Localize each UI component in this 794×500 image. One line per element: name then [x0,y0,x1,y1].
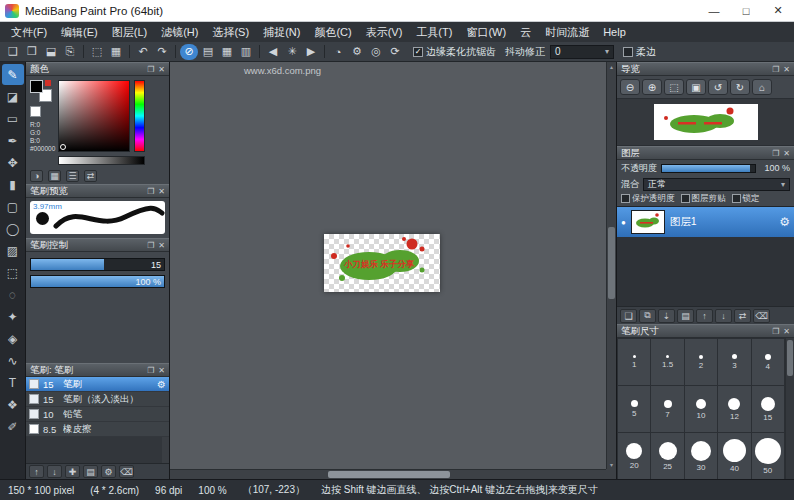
add-brush-icon[interactable]: ✚ [65,465,80,478]
brush-up-icon[interactable]: ↑ [29,465,44,478]
pen-tool[interactable]: ✎ [2,64,24,85]
panel-float-icon[interactable]: ❐ [147,187,154,196]
scroll-down-icon[interactable]: ▾ [607,461,616,468]
scroll-up-icon[interactable]: ▴ [607,63,616,70]
brush-size-panel-header[interactable]: 笔刷尺寸 ❐ ✕ [617,324,794,338]
layer-folder-icon[interactable]: ▤ [677,309,694,323]
maximize-button[interactable]: □ [730,0,762,21]
separator[interactable] [259,45,260,58]
deselect-icon[interactable]: ▦ [107,44,125,60]
brush-down-icon[interactable]: ↓ [47,465,62,478]
zoom-in-icon[interactable]: ⊕ [642,79,662,95]
move-tool[interactable]: ✥ [2,152,24,173]
minimize-button[interactable]: — [698,0,730,21]
value-slider[interactable] [58,156,145,165]
rotate-left-icon[interactable]: ↺ [708,79,728,95]
menu-item[interactable]: 窗口(W) [459,22,513,42]
snap-parallel-icon[interactable]: ▤ [199,44,217,60]
save-icon[interactable]: ⬓ [42,44,60,60]
snap-cross-icon[interactable]: ▥ [237,44,255,60]
export-icon[interactable]: ⎘ [61,44,79,60]
brush-settings-icon[interactable]: ⚙ [101,465,116,478]
snap-prev-icon[interactable]: ◀ [264,44,282,60]
menu-item[interactable]: 表示(V) [359,22,410,42]
panel-close-icon[interactable]: ✕ [783,327,790,336]
color-panel-header[interactable]: 颜色 ❐ ✕ [26,62,169,76]
foreground-color-swatch[interactable] [30,80,43,93]
brush-size-cell[interactable]: 40 [718,433,750,479]
brush-size-slider[interactable]: 15 [30,258,165,271]
palette-icon[interactable]: ▦ [48,170,61,182]
menu-item[interactable]: 颜色(C) [307,22,358,42]
panel-float-icon[interactable]: ❐ [147,65,154,74]
navigator-thumbnail[interactable] [654,104,758,140]
zoom-actual-icon[interactable]: ▣ [686,79,706,95]
brush-size-cell[interactable]: 1.5 [651,339,683,385]
bucket-tool[interactable]: ◈ [2,328,24,349]
reset-view-icon[interactable]: ⌂ [752,79,772,95]
panel-float-icon[interactable]: ❐ [147,241,154,250]
color-wheel-icon[interactable]: ◑ [30,170,43,182]
brush-size-cell[interactable]: 15 [752,386,784,432]
snap-focus-icon[interactable]: ◎ [367,44,385,60]
layers-panel-header[interactable]: 图层 ❐ ✕ [617,146,794,160]
horizontal-scroll-thumb[interactable] [328,471,450,478]
hue-slider[interactable] [134,80,145,152]
layer-down-icon[interactable]: ↓ [715,309,732,323]
brush-size-cell[interactable]: 20 [618,433,650,479]
menu-item[interactable]: 时间流逝 [538,22,596,42]
panel-close-icon[interactable]: ✕ [158,241,165,250]
rect-tool[interactable]: ▢ [2,196,24,217]
soft-edge-option[interactable]: 柔边 [623,45,656,59]
snap-grid-icon[interactable]: ▦ [218,44,236,60]
curve-tool[interactable]: ∿ [2,350,24,371]
panel-float-icon[interactable]: ❐ [772,65,779,74]
vertical-scroll-thumb[interactable] [608,227,615,299]
stabilizer-select[interactable]: 0 ▾ [550,45,614,59]
brush-item[interactable]: 8.5 橡皮擦 ⚙ [26,422,169,437]
snap-ellipse-icon[interactable]: ◔ [329,44,347,60]
delete-layer-icon[interactable]: ⌫ [753,309,770,323]
panel-close-icon[interactable]: ✕ [783,65,790,74]
brush-size-cell[interactable]: 2 [685,339,717,385]
canvas-horizontal-scrollbar[interactable] [170,469,606,479]
separator[interactable] [83,45,84,58]
brush-size-cell[interactable]: 50 [752,433,784,479]
brush-opacity-slider[interactable]: 100 % [30,275,165,288]
brush-size-cell[interactable]: 3 [718,339,750,385]
brush-control-header[interactable]: 笔刷控制 ❐ ✕ [26,238,169,252]
redo-icon[interactable]: ↷ [153,44,171,60]
menu-item[interactable]: 云 [513,22,538,42]
merge-layer-icon[interactable]: ⇣ [658,309,675,323]
brush-size-cell[interactable]: 12 [718,386,750,432]
snap-off-icon[interactable]: ⊘ [180,44,198,60]
separator[interactable] [129,45,130,58]
canvas-vertical-scrollbar[interactable]: ▴ ▾ [606,62,616,469]
menu-item[interactable]: 图层(L) [105,22,154,42]
open-file-icon[interactable]: ❒ [23,44,41,60]
brush-size-scroll-thumb[interactable] [787,340,793,376]
brush-size-cell[interactable]: 10 [685,386,717,432]
brush-item[interactable]: 15 笔刷 ⚙ [26,377,169,392]
select-marquee-tool[interactable]: ⬚ [2,262,24,283]
snap-rotate-icon[interactable]: ⟳ [386,44,404,60]
panel-float-icon[interactable]: ❐ [147,366,154,375]
navigator-header[interactable]: 导览 ❐ ✕ [617,62,794,76]
antialias-option[interactable]: ✓ 边缘柔化抗锯齿 [413,45,496,59]
panel-close-icon[interactable]: ✕ [783,149,790,158]
snap-settings-icon[interactable]: ⚙ [348,44,366,60]
brush-folder-icon[interactable]: ▤ [83,465,98,478]
brush-size-cell[interactable]: 5 [618,386,650,432]
snap-next-icon[interactable]: ▶ [302,44,320,60]
layer-gear-icon[interactable]: ⚙ [779,215,790,229]
menu-item[interactable]: 捕捉(N) [256,22,307,42]
brush-item[interactable]: 15 笔刷（淡入淡出） ⚙ [26,392,169,407]
brush-preview-header[interactable]: 笔刷预览 ❐ ✕ [26,184,169,198]
select-rect-tool[interactable]: ▭ [2,108,24,129]
text-tool[interactable]: T [2,372,24,393]
hand-tool[interactable]: ❖ [2,394,24,415]
snap-radial-icon[interactable]: ✳ [283,44,301,60]
brush-size-cell[interactable]: 25 [651,433,683,479]
lasso-tool[interactable]: ◌ [2,284,24,305]
panel-float-icon[interactable]: ❐ [772,149,779,158]
